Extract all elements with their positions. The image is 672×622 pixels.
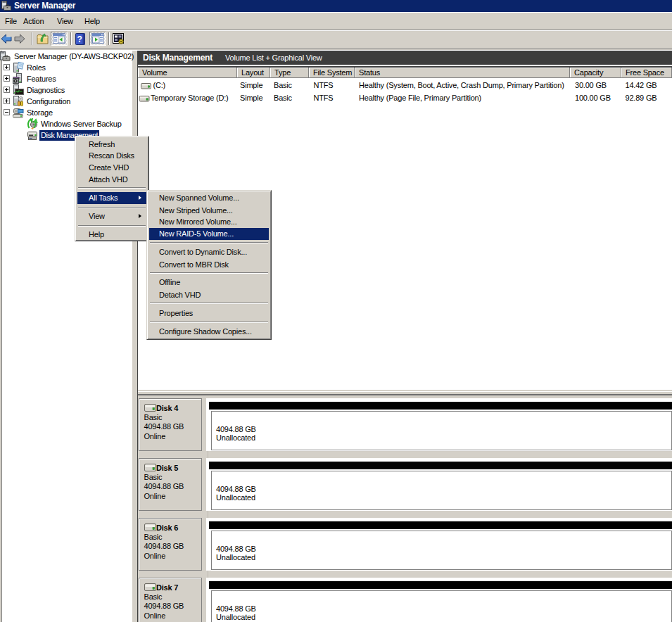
svg-text:?: ?: [77, 34, 82, 44]
